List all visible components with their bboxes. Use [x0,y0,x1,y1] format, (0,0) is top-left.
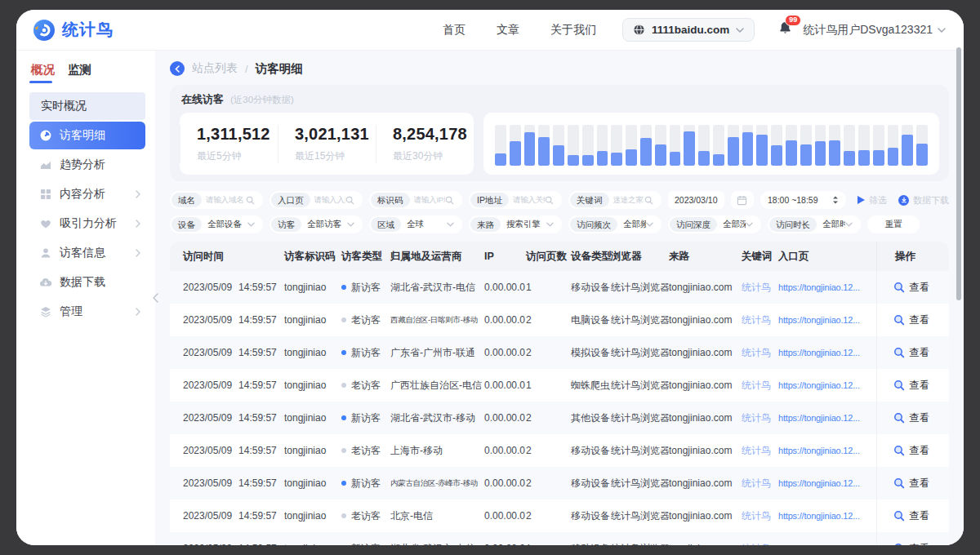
table-row[interactable]: 2023/05/09 14:59:57 tongjiniao 老访客 上海市-移… [170,434,949,467]
cell-pages: 2 [526,412,571,424]
filter-select-pill[interactable]: 区域 全球 [369,215,462,233]
chart-bar-fill [844,151,855,166]
nav-item[interactable]: 关于我们 [550,23,596,38]
sidebar-item-data-download[interactable]: 数据下载 [29,269,145,296]
stat-value: 8,254,178 [393,125,474,144]
chart-bar [858,125,870,166]
cell-keyword-link[interactable]: 统计鸟 [742,477,778,491]
cell-keyword-link[interactable]: 统计鸟 [742,411,778,425]
magnifier-icon [893,380,905,391]
table-row[interactable]: 2023/05/09 14:59:57 tongjiniao 老访客 北京-电信… [170,500,949,532]
column-header: IP [484,242,526,271]
table-row[interactable]: 2023/05/09 14:59:57 tongjiniao 新访客 内蒙古自治… [170,467,949,500]
table-row[interactable]: 2023/05/09 14:59:57 tongjiniao 新访客 湖北省-武… [170,532,949,545]
filter-select-pill[interactable]: 设备 全部设备 [170,215,263,233]
nav-item[interactable]: 首页 [443,23,466,38]
filter-search-pill[interactable]: 入口页 请输入入口页网址 [270,191,363,209]
cell-keyword-link[interactable]: 统计鸟 [742,346,778,360]
filter-search-pill[interactable]: 关键词 迷途之家早的... [568,191,662,209]
app-header: 统计鸟 首页文章关于我们 1111baidu.com 99 统计鸟用户DSvga… [16,10,964,51]
grid-icon [39,188,52,201]
sidebar-collapse-handle[interactable] [149,289,161,307]
chevron-right-icon [136,249,140,257]
table-row[interactable]: 2023/05/09 14:59:57 tongjiniao 新访客 湖北省-武… [170,271,949,304]
cell-keyword-link[interactable]: 统计鸟 [742,313,778,327]
table-row[interactable]: 2023/05/09 14:59:57 tongjiniao 老访客 西藏自治区… [170,304,949,336]
cell-entry-link[interactable]: https://tongjiniao.12... [778,380,876,390]
sidebar-item-manage[interactable]: 管理 [29,298,145,326]
filter-select-pill[interactable]: 访问时长 全部时长 [768,215,861,233]
cell-entry-link[interactable]: https://tongjiniao.12... [778,413,876,423]
table-row[interactable]: 2023/05/09 14:59:57 tongjiniao 老访客 广西壮族自… [170,369,949,402]
view-button[interactable]: 查看 [893,346,929,360]
cell-keyword-link[interactable]: 统计鸟 [742,509,778,523]
sidebar-item-trend-analysis[interactable]: 趋势分析 [29,151,145,179]
view-button[interactable]: 查看 [893,542,929,546]
view-button[interactable]: 查看 [893,477,929,491]
view-button[interactable]: 查看 [893,313,929,327]
user-menu[interactable]: 统计鸟用户DSvga123321 [803,23,946,38]
cell-entry-link[interactable]: https://tongjiniao.12... [778,511,876,521]
data-download-button[interactable]: 数据下载 [898,194,949,206]
sidebar-item-content-analysis[interactable]: 内容分析 [29,180,145,208]
calendar-icon [737,195,747,206]
sidebar-item-visitor-detail[interactable]: 访客明细 [29,122,145,149]
chart-bar-fill [742,132,754,166]
vertical-scrollbar-thumb[interactable] [956,47,961,300]
visitor-type-text: 新访客 [351,411,381,425]
view-button[interactable]: 查看 [893,444,929,458]
time-range-filter[interactable]: 18:00 ~18:59 [760,191,846,209]
magnifier-icon [893,477,905,489]
cell-keyword-link[interactable]: 统计鸟 [742,281,778,295]
cell-entry-link[interactable]: https://tongjiniao.12... [778,348,876,357]
calendar-button[interactable] [731,191,754,209]
sidebar-item-visitor-info[interactable]: 访客信息 [29,239,145,267]
notifications-bell[interactable]: 99 [777,20,793,39]
filter-search-pill[interactable]: IP地址 请输入关键词 [469,191,562,209]
cell-entry-link[interactable]: https://tongjiniao.12... [778,478,876,488]
back-button[interactable] [170,61,185,76]
cell-entry-link[interactable]: https://tongjiniao.12... [778,446,876,455]
cell-ip: 0.00.00.0 [484,380,526,391]
cell-keyword-link[interactable]: 统计鸟 [742,542,778,546]
filter-search-pill[interactable]: 域名 请输入域名 [170,191,263,209]
reset-button[interactable]: 重置 [867,215,920,233]
breadcrumb-site-list[interactable]: 站点列表 [192,61,238,76]
column-header: 入口页 [778,242,876,271]
sidebar-item-label: 实时概况 [41,99,87,113]
date-filter[interactable]: 2023/03/10 [668,191,724,209]
filter-select-pill[interactable]: 访问频次 全部频次 [568,215,662,233]
stat-label: 最近15分钟 [295,149,376,163]
chart-bar [510,125,521,166]
filter-select-pill[interactable]: 访问深度 全部深度 [668,215,761,233]
logo[interactable]: 统计鸟 [33,19,114,42]
nav-item[interactable]: 文章 [497,23,519,38]
sidebar-item-realtime-overview[interactable]: 实时概况 [29,92,145,120]
cell-entry-link[interactable]: https://tongjiniao.12... [778,315,876,325]
column-header: 访问页数 [526,242,571,271]
cell-device: 移动设备 [571,509,611,523]
tab-overview[interactable]: 概况 [31,62,55,78]
cell-keyword-link[interactable]: 统计鸟 [742,444,778,458]
filter-search-pill[interactable]: 标识码 请输入IP地址 [369,191,462,209]
view-button[interactable]: 查看 [893,411,929,425]
site-selector[interactable]: 1111baidu.com [622,18,755,42]
cell-action: 查看 [876,304,949,336]
filter-select-pill[interactable]: 来路 搜索引擎 [469,215,562,233]
cell-keyword-link[interactable]: 统计鸟 [742,379,778,393]
table-row[interactable]: 2023/05/09 14:59:57 tongjiniao 新访客 广东省-广… [170,336,949,369]
view-button[interactable]: 查看 [893,379,929,393]
sidebar-item-attraction-analysis[interactable]: 吸引力分析 [29,210,145,238]
view-button[interactable]: 查看 [893,281,929,295]
visit-date: 2023/05/09 [183,347,232,358]
sidebar-tabs: 概况 监测 [29,59,145,86]
table-row[interactable]: 2023/05/09 14:59:57 tongjiniao 新访客 湖北省-武… [170,402,949,434]
filter-select-pill[interactable]: 访客 全部访客 [270,215,363,233]
visitor-type-text: 新访客 [351,281,381,295]
cell-entry-link[interactable]: https://tongjiniao.12... [778,544,876,545]
play-triangle-icon [858,196,865,204]
view-button[interactable]: 查看 [893,509,929,523]
filter-submit-button[interactable]: 筛选 [858,194,887,206]
cell-entry-link[interactable]: https://tongjiniao.12... [778,282,876,292]
tab-monitor[interactable]: 监测 [68,62,91,78]
